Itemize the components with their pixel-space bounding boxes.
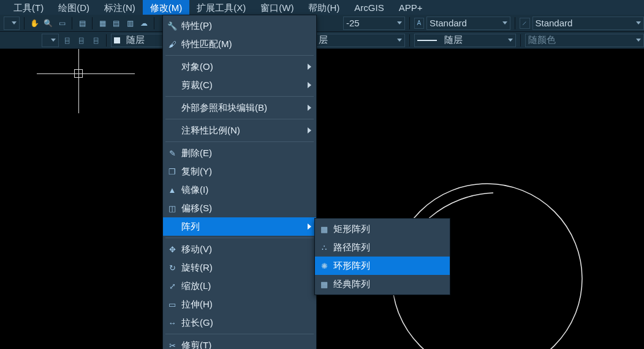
chevron-down-icon bbox=[502, 21, 507, 24]
menu-row-label: 剪裁(C) bbox=[181, 80, 213, 91]
trim-icon: ✂ bbox=[163, 341, 181, 350]
menu-lengthen[interactable]: ↔拉长(G) bbox=[163, 313, 316, 332]
menu-separator bbox=[165, 238, 314, 238]
copy-icon: ❐ bbox=[163, 167, 181, 176]
menu-arcgis[interactable]: ArcGIS bbox=[347, 0, 391, 15]
menu-row-label: 外部参照和块编辑(B) bbox=[181, 102, 267, 114]
menu-mirror[interactable]: ▲镜像(I) bbox=[163, 181, 316, 199]
menu-separator bbox=[165, 141, 314, 142]
toolbar-row-2: ⌸ ⌸ ⌸ 随层 层 随层 随颜色 bbox=[0, 32, 644, 49]
menu-row-label: 镜像(I) bbox=[181, 184, 208, 196]
menu-xref-block-edit[interactable]: 外部参照和块编辑(B) bbox=[163, 99, 316, 117]
submenu-arrow-icon bbox=[308, 223, 311, 230]
toolbar-row-1: ✋ 🔍 ▭ ▤ ▦ ▤ ▥ ☁ ? -25 A Standard ⟋ Stand… bbox=[0, 15, 644, 32]
submenu-arrow-icon bbox=[308, 105, 311, 111]
menu-tools[interactable]: 工具(T) bbox=[6, 0, 51, 15]
dim-style-icon[interactable]: ⟋ bbox=[520, 18, 530, 29]
menu-clip[interactable]: 剪裁(C) bbox=[163, 76, 316, 94]
separator bbox=[409, 17, 410, 29]
zoom-icon[interactable]: 🔍 bbox=[43, 17, 54, 29]
menu-move[interactable]: ✥移动(V) bbox=[163, 240, 316, 258]
separator bbox=[515, 17, 515, 29]
array-submenu: ▦矩形阵列 ∴路径阵列 ✺环形阵列 ▦经典阵列 bbox=[314, 218, 450, 295]
menu-stretch[interactable]: ▭拉伸(H) bbox=[163, 295, 316, 313]
menu-row-label: 经典阵列 bbox=[333, 279, 370, 290]
dim-style-field[interactable]: Standard bbox=[532, 17, 644, 30]
menu-trim[interactable]: ✂修剪(T) bbox=[163, 336, 316, 349]
menu-copy[interactable]: ❐复制(Y) bbox=[163, 162, 316, 181]
menu-item-label: 窗口(W) bbox=[260, 2, 294, 13]
calc-icon[interactable]: ▦ bbox=[97, 17, 108, 29]
layer2-field[interactable]: 层 bbox=[316, 34, 405, 47]
menu-row-label: 移动(V) bbox=[181, 244, 212, 255]
menu-item-label: 扩展工具(X) bbox=[197, 2, 246, 13]
menu-modify[interactable]: 修改(M) bbox=[143, 0, 190, 15]
box-icon[interactable]: ▭ bbox=[56, 17, 67, 29]
menu-separator bbox=[165, 334, 314, 334]
menu-item-label: 修改(M) bbox=[150, 2, 183, 13]
layer-icon-3[interactable]: ⌸ bbox=[90, 34, 102, 47]
mirror-icon: ▲ bbox=[163, 186, 181, 195]
menu-polar-array[interactable]: ✺环形阵列 bbox=[315, 257, 450, 275]
menu-draw[interactable]: 绘图(D) bbox=[51, 0, 97, 15]
menu-path-array[interactable]: ∴路径阵列 bbox=[315, 238, 450, 257]
menu-rotate[interactable]: ↻旋转(R) bbox=[163, 258, 316, 277]
menu-rect-array[interactable]: ▦矩形阵列 bbox=[315, 220, 450, 238]
separator bbox=[520, 34, 521, 47]
chevron-down-icon bbox=[397, 39, 402, 42]
menu-help[interactable]: 帮助(H) bbox=[301, 0, 347, 15]
menu-row-label: 注释性比例(N) bbox=[181, 125, 240, 137]
brush-icon: 🖌 bbox=[163, 40, 181, 49]
tool-icon[interactable]: ▤ bbox=[77, 17, 88, 29]
chevron-down-icon bbox=[636, 39, 641, 42]
separator bbox=[24, 17, 25, 29]
menu-bar: 工具(T) 绘图(D) 标注(N) 修改(M) 扩展工具(X) 窗口(W) 帮助… bbox=[0, 0, 644, 15]
menu-window[interactable]: 窗口(W) bbox=[253, 0, 301, 15]
chevron-down-icon bbox=[636, 21, 641, 24]
menu-row-label: 拉伸(H) bbox=[181, 299, 213, 310]
menu-separator bbox=[165, 55, 314, 56]
submenu-arrow-icon bbox=[308, 127, 311, 133]
separator bbox=[409, 34, 410, 47]
text-style-field[interactable]: Standard bbox=[426, 17, 510, 30]
menu-row-label: 删除(E) bbox=[181, 148, 212, 159]
text-style-icon[interactable]: A bbox=[414, 18, 425, 29]
menu-offset[interactable]: ◫偏移(S) bbox=[163, 199, 316, 217]
stretch-icon: ▭ bbox=[163, 300, 181, 309]
menu-scale[interactable]: ⤢缩放(L) bbox=[163, 277, 316, 295]
rotate-icon: ↻ bbox=[163, 263, 181, 272]
grid-icon[interactable]: ▤ bbox=[111, 17, 122, 29]
layer-icon-1[interactable]: ⌸ bbox=[61, 34, 73, 47]
menu-row-label: 特性(P) bbox=[181, 20, 212, 32]
menu-row-label: 偏移(S) bbox=[181, 203, 212, 214]
menu-item-label: 标注(N) bbox=[104, 2, 135, 13]
color-value: 随颜色 bbox=[528, 34, 556, 46]
menu-object[interactable]: 对象(O) bbox=[163, 58, 316, 76]
menu-annotation-scale[interactable]: 注释性比例(N) bbox=[163, 121, 316, 140]
menu-annotate[interactable]: 标注(N) bbox=[97, 0, 143, 15]
sheet-icon[interactable]: ▥ bbox=[124, 17, 135, 29]
menu-classic-array[interactable]: ▦经典阵列 bbox=[315, 275, 450, 293]
menu-match-properties[interactable]: 🖌特性匹配(M) bbox=[163, 35, 316, 53]
separator bbox=[72, 17, 72, 29]
color-field[interactable]: 随颜色 bbox=[525, 34, 644, 47]
menu-extend[interactable]: 扩展工具(X) bbox=[189, 0, 253, 15]
dropdown-blank[interactable] bbox=[4, 17, 20, 30]
scale-field[interactable]: -25 bbox=[343, 17, 405, 30]
menu-separator bbox=[165, 119, 314, 119]
menu-erase[interactable]: ✎删除(E) bbox=[163, 144, 316, 162]
menu-item-label: ArcGIS bbox=[354, 2, 384, 13]
menu-array[interactable]: 阵列 bbox=[163, 217, 316, 236]
pan-icon[interactable]: ✋ bbox=[29, 17, 40, 29]
cloud-icon[interactable]: ☁ bbox=[138, 17, 149, 29]
dropdown-blank2[interactable] bbox=[42, 34, 58, 47]
menu-appplus[interactable]: APP+ bbox=[392, 0, 430, 15]
offset-icon: ◫ bbox=[163, 204, 181, 213]
layer-icon-2[interactable]: ⌸ bbox=[75, 34, 87, 47]
chevron-down-icon bbox=[51, 39, 56, 42]
linetype-field[interactable]: 随层 bbox=[414, 34, 515, 47]
drawing-canvas[interactable] bbox=[0, 49, 644, 349]
line-sample-icon bbox=[417, 40, 437, 41]
submenu-arrow-icon bbox=[308, 82, 311, 88]
menu-properties[interactable]: 🔧特性(P) bbox=[163, 17, 316, 35]
